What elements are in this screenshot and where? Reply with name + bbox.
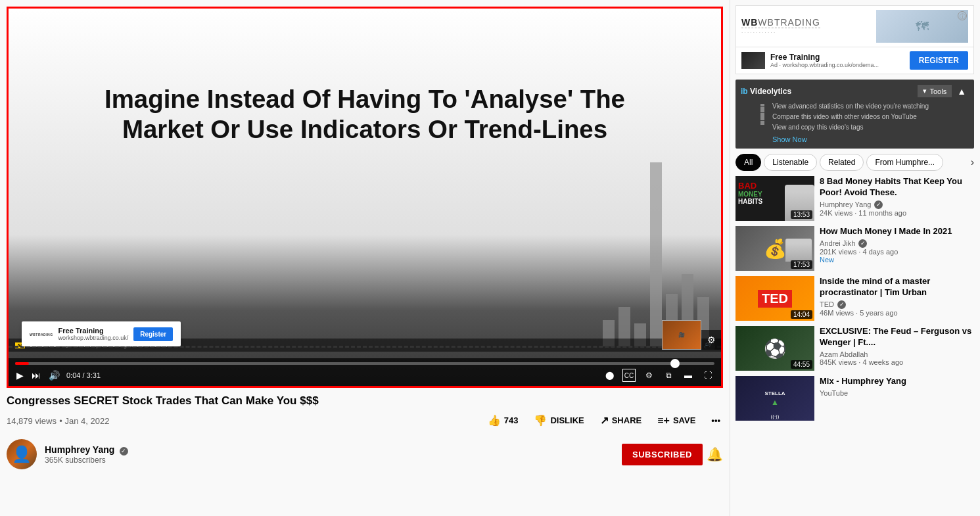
- thumb-inside-mind: TED 14:04: [735, 276, 814, 321]
- miniplayer-icon[interactable]: ⧉: [662, 369, 675, 382]
- age-bad-money: 11 months ago: [858, 209, 906, 217]
- next-button[interactable]: ⏭: [30, 369, 42, 382]
- save-button[interactable]: ≡+ SAVE: [655, 412, 698, 429]
- collapse-button[interactable]: ▲: [954, 85, 969, 97]
- videolytics-controls: ▾ Tools ▲: [918, 85, 969, 97]
- meta-inside-mind: 46M views · 5 years ago: [820, 309, 974, 317]
- title-bad-money: 8 Bad Money Habits That Keep You Poor! A…: [820, 176, 974, 199]
- progress-dot[interactable]: [670, 359, 680, 368]
- age-feud: 4 weeks ago: [862, 358, 903, 366]
- sidebar-ad-top: WBWBTRADING · · · · · · · · · · · · 🗺 ⓘ: [736, 6, 973, 47]
- main-content: Imagine Instead Of Having To 'Analyse' T…: [0, 0, 730, 516]
- age-how-much: 4 days ago: [862, 248, 898, 256]
- mix-icon: ((·)): [771, 413, 780, 419]
- sidebar-logo-text: WBTRADING: [758, 17, 820, 28]
- related-video-mix[interactable]: STELLA ▲ ((·)) Mix - Humphrey Yang YouTu…: [735, 376, 974, 421]
- channel-inside-mind: TED ✓: [820, 300, 974, 309]
- videolytics-title: ib Videolytics: [741, 87, 791, 96]
- bullet-2: Compare this video with other videos on …: [772, 112, 929, 122]
- video-player[interactable]: Imagine Instead Of Having To 'Analyse' T…: [7, 7, 723, 388]
- time-display: 0:04 / 3:31: [66, 371, 101, 379]
- videolytics-brand: ib: [741, 87, 748, 96]
- tab-related[interactable]: Related: [820, 154, 864, 171]
- views-bad-money: 24K views: [820, 209, 852, 217]
- related-video-inside-mind[interactable]: TED 14:04 Inside the mind of a master pr…: [735, 276, 974, 321]
- ad-register-button[interactable]: Register: [133, 327, 173, 341]
- related-video-how-much[interactable]: 💰 17:53 How Much Money I Made In 2021 An…: [735, 226, 974, 271]
- ad-thumb-small: [741, 52, 765, 69]
- sidebar-register-button[interactable]: REGISTER: [910, 51, 968, 70]
- settings-icon[interactable]: ⚙: [642, 369, 655, 382]
- info-feud: EXCLUSIVE: The Feud – Ferguson vs Wenger…: [820, 326, 974, 371]
- videolytics-text-area: View advanced statistics on the video yo…: [772, 101, 929, 143]
- map-icon: 🗺: [916, 19, 929, 34]
- autoplay-icon[interactable]: ⬤: [603, 369, 616, 382]
- info-icon[interactable]: ⓘ: [958, 11, 967, 20]
- controls-row: ▶ ⏭ 🔊 0:04 / 3:31 ⬤ CC ⚙ ⧉ ▬ ⛶: [15, 369, 714, 382]
- related-video-bad-money[interactable]: BAD MONEY HABITS 13:53 8 Bad Money Habit…: [735, 176, 974, 221]
- verified-bad-money: ✓: [874, 200, 883, 209]
- chart-icon: [741, 101, 767, 128]
- video-views-date: 14,879 views • Jan 4, 2022: [7, 415, 109, 427]
- tab-from-humphrey[interactable]: From Humphre...: [866, 154, 943, 171]
- like-count: 743: [504, 415, 519, 425]
- info-bad-money: 8 Bad Money Habits That Keep You Poor! A…: [820, 176, 974, 221]
- bell-button[interactable]: 🔔: [707, 446, 723, 462]
- filter-arrow-button[interactable]: ›: [971, 156, 974, 168]
- ad-mid-title: Free Training: [770, 53, 904, 62]
- video-controls: ▶ ⏭ 🔊 0:04 / 3:31 ⬤ CC ⚙ ⧉ ▬ ⛶: [9, 358, 721, 386]
- subtitles-icon[interactable]: CC: [622, 369, 636, 382]
- progress-bar[interactable]: [15, 362, 714, 365]
- share-label: SHARE: [612, 415, 642, 425]
- channel-feud: Azam Abdallah: [820, 350, 974, 358]
- tab-listenable[interactable]: Listenable: [764, 154, 817, 171]
- video-views: 14,879 views: [7, 416, 57, 426]
- ad-label: Ad · workshop.wbtrading.co.uk/ondema...: [770, 62, 904, 68]
- share-button[interactable]: ↗ SHARE: [597, 411, 645, 429]
- how-much-content: 💰: [764, 238, 787, 260]
- info-how-much: How Much Money I Made In 2021 Andrei Jik…: [820, 226, 974, 271]
- views-feud: 845K views: [820, 358, 856, 366]
- person-2: [785, 239, 812, 262]
- channel-name-row: Humphrey Yang ✓: [45, 444, 128, 456]
- channel-row: 👤 Humphrey Yang ✓ 365K subscribers SUBSC…: [7, 439, 723, 469]
- bad-money-text: BAD MONEY HABITS: [738, 181, 762, 205]
- time-current: 0:04: [66, 371, 80, 379]
- video-actions: 👍 743 👎 DISLIKE ↗ SHARE ≡+ SAVE: [485, 411, 723, 429]
- duration-feud: 44:55: [791, 360, 812, 369]
- show-now-link[interactable]: Show Now: [772, 135, 929, 143]
- videolytics-panel: ib Videolytics ▾ Tools ▲: [735, 80, 974, 149]
- channel-name-how-much: Andrei Jikh: [820, 239, 855, 247]
- related-video-feud[interactable]: ⚽ 44:55 EXCLUSIVE: The Feud – Ferguson v…: [735, 326, 974, 371]
- subscribe-button[interactable]: SUBSCRIBED: [622, 444, 703, 465]
- ted-logo: TED: [758, 290, 792, 308]
- tab-all[interactable]: All: [735, 154, 761, 171]
- wbtrading-logo: WBWBTRADING: [741, 17, 820, 28]
- channel-name-bad-money: Humphrey Yang: [820, 200, 871, 208]
- mini-bar-1: [760, 104, 764, 106]
- save-label: SAVE: [673, 415, 695, 425]
- fullscreen-icon[interactable]: ⛶: [701, 369, 714, 382]
- tools-button[interactable]: ▾ Tools: [918, 85, 952, 97]
- volume-button[interactable]: 🔊: [47, 369, 61, 382]
- more-icon: •••: [711, 415, 720, 425]
- video-text-overlay: Imagine Instead Of Having To 'Analyse' T…: [80, 84, 649, 145]
- time-total: 3:31: [87, 371, 101, 379]
- dislike-button[interactable]: 👎 DISLIKE: [531, 411, 586, 429]
- ad-logo: WBTRADING: [30, 332, 53, 337]
- ad-url: workshop.wbtrading.co.uk/: [58, 335, 129, 341]
- like-button[interactable]: 👍 743: [485, 411, 521, 429]
- controls-right: ⬤ CC ⚙ ⧉ ▬ ⛶: [603, 369, 714, 382]
- channel-avatar[interactable]: 👤: [7, 439, 37, 469]
- play-button[interactable]: ▶: [15, 369, 25, 382]
- channel-how-much: Andrei Jikh ✓: [820, 239, 974, 248]
- avatar-placeholder: 👤: [12, 445, 32, 463]
- theater-icon[interactable]: ▬: [682, 369, 695, 382]
- progress-fill: [15, 362, 29, 365]
- arrow-up: ▲: [771, 398, 779, 407]
- app-container: Imagine Instead Of Having To 'Analyse' T…: [0, 0, 980, 516]
- meta-how-much: 201K views · 4 days ago: [820, 248, 974, 256]
- more-button[interactable]: •••: [709, 413, 723, 428]
- ad-mid-text: Free Training Ad · workshop.wbtrading.co…: [770, 53, 904, 68]
- thumb-bad-money: BAD MONEY HABITS 13:53: [735, 176, 814, 221]
